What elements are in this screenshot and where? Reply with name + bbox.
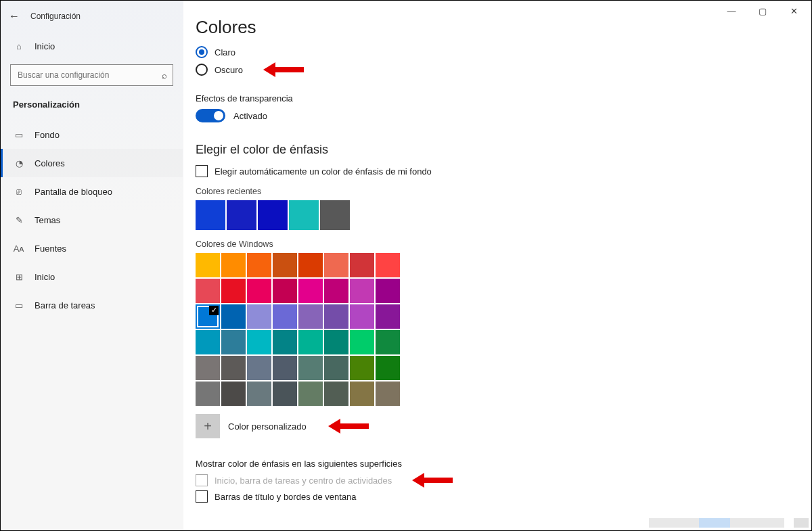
color-swatch[interactable]	[221, 304, 246, 329]
color-swatch[interactable]	[298, 253, 323, 277]
color-swatch[interactable]	[221, 330, 246, 354]
custom-color-label: Color personalizado	[228, 421, 307, 432]
color-swatch[interactable]	[350, 279, 374, 303]
color-swatch[interactable]	[350, 330, 374, 354]
taskbar-icon: ▭	[13, 299, 25, 311]
color-swatch[interactable]	[324, 330, 348, 354]
color-swatch[interactable]	[273, 304, 297, 329]
sidebar-item-barra-de-tareas[interactable]: ▭ Barra de tareas	[1, 291, 183, 319]
color-swatch[interactable]	[376, 304, 400, 329]
color-swatch[interactable]	[247, 382, 271, 406]
color-swatch[interactable]	[273, 382, 297, 406]
color-swatch[interactable]	[221, 253, 246, 277]
color-swatch[interactable]	[221, 356, 246, 380]
annotation-arrow	[263, 64, 304, 76]
color-swatch[interactable]	[289, 200, 319, 230]
radio-light[interactable]: Claro	[196, 46, 811, 58]
color-swatch[interactable]	[227, 200, 256, 230]
radio-dark[interactable]: Oscuro	[196, 64, 811, 76]
sidebar-home[interactable]: ⌂ Inicio	[1, 33, 183, 59]
color-swatch[interactable]	[350, 382, 374, 406]
color-swatch[interactable]	[273, 253, 297, 277]
color-swatch[interactable]	[376, 330, 400, 354]
recent-colors-label: Colores recientes	[196, 187, 811, 196]
search-icon: ⌕	[162, 70, 167, 80]
fonts-icon: Aᴀ	[13, 242, 25, 254]
color-swatch[interactable]	[324, 356, 348, 380]
auto-accent-checkbox[interactable]: Elegir automáticamente un color de énfas…	[196, 165, 811, 177]
picture-icon: ▭	[13, 129, 25, 141]
color-swatch[interactable]	[247, 253, 271, 277]
color-swatch[interactable]	[298, 330, 323, 354]
home-icon: ⌂	[13, 40, 25, 52]
radio-icon	[196, 46, 208, 58]
windows-colors	[196, 253, 407, 406]
sidebar-item-colores[interactable]: ◔ Colores	[1, 149, 183, 177]
color-swatch[interactable]	[196, 200, 225, 230]
back-button[interactable]: ←	[9, 10, 20, 22]
checkbox-icon	[196, 165, 208, 177]
color-swatch[interactable]	[376, 382, 400, 406]
sidebar-home-label: Inicio	[35, 41, 55, 51]
color-swatch[interactable]	[324, 279, 348, 303]
sidebar-item-label: Temas	[35, 215, 60, 225]
scrollbar-thumb[interactable]	[699, 518, 730, 528]
color-swatch[interactable]	[196, 382, 220, 406]
sidebar-item-pantalla-bloqueo[interactable]: ⎚ Pantalla de bloqueo	[1, 177, 183, 206]
color-swatch[interactable]	[350, 356, 374, 380]
themes-icon: ✎	[13, 214, 25, 226]
color-swatch[interactable]	[273, 356, 297, 380]
color-swatch[interactable]	[376, 279, 400, 303]
color-swatch[interactable]	[196, 330, 220, 354]
sidebar-item-temas[interactable]: ✎ Temas	[1, 206, 183, 234]
auto-accent-label: Elegir automáticamente un color de énfas…	[215, 166, 432, 177]
color-swatch[interactable]	[273, 330, 297, 354]
sidebar-item-label: Fondo	[35, 130, 60, 140]
color-swatch[interactable]	[298, 382, 323, 406]
sidebar-item-label: Barra de tareas	[35, 300, 95, 310]
color-swatch[interactable]	[376, 356, 400, 380]
surfaces-heading: Mostrar color de énfasis en las siguient…	[196, 459, 811, 469]
annotation-arrow	[328, 420, 369, 432]
color-swatch[interactable]	[350, 304, 374, 329]
color-swatch[interactable]	[196, 304, 220, 329]
custom-color-button[interactable]: +	[196, 414, 220, 438]
search-input[interactable]	[16, 70, 162, 80]
color-swatch[interactable]	[196, 279, 220, 303]
start-icon: ⊞	[13, 271, 25, 283]
checkbox-icon	[196, 490, 208, 503]
color-swatch[interactable]	[324, 304, 348, 329]
color-swatch[interactable]	[196, 253, 220, 277]
color-swatch[interactable]	[350, 253, 374, 277]
surface-titlebars-checkbox[interactable]: Barras de título y bordes de ventana	[196, 490, 811, 503]
color-swatch[interactable]	[376, 253, 400, 277]
sidebar-item-inicio[interactable]: ⊞ Inicio	[1, 262, 183, 291]
color-swatch[interactable]	[247, 330, 271, 354]
color-swatch[interactable]	[258, 200, 288, 230]
color-swatch[interactable]	[247, 279, 271, 303]
color-swatch[interactable]	[298, 356, 323, 380]
search-box[interactable]: ⌕	[10, 64, 173, 86]
color-swatch[interactable]	[320, 200, 350, 230]
scrollbar-right-button[interactable]	[794, 518, 809, 528]
sidebar-item-fuentes[interactable]: Aᴀ Fuentes	[1, 234, 183, 262]
color-swatch[interactable]	[221, 279, 246, 303]
sidebar-item-fondo[interactable]: ▭ Fondo	[1, 120, 183, 149]
transparency-toggle[interactable]	[196, 109, 225, 122]
color-swatch[interactable]	[221, 382, 246, 406]
color-swatch[interactable]	[247, 304, 271, 329]
sidebar-item-label: Pantalla de bloqueo	[35, 187, 112, 197]
color-swatch[interactable]	[196, 356, 220, 380]
color-swatch[interactable]	[298, 279, 323, 303]
content-pane: Colores Claro Oscuro Efectos de transpar…	[183, 1, 811, 530]
surface-start-checkbox[interactable]: Inicio, barra de tareas y centro de acti…	[196, 474, 811, 486]
color-swatch[interactable]	[273, 279, 297, 303]
accent-heading: Elegir el color de énfasis	[196, 143, 811, 157]
color-swatch[interactable]	[298, 304, 323, 329]
color-swatch[interactable]	[324, 253, 348, 277]
lock-screen-icon: ⎚	[13, 185, 25, 198]
surface-titlebars-label: Barras de título y bordes de ventana	[215, 492, 357, 502]
color-swatch[interactable]	[247, 356, 271, 380]
transparency-heading: Efectos de transparencia	[196, 93, 811, 103]
color-swatch[interactable]	[324, 382, 348, 406]
